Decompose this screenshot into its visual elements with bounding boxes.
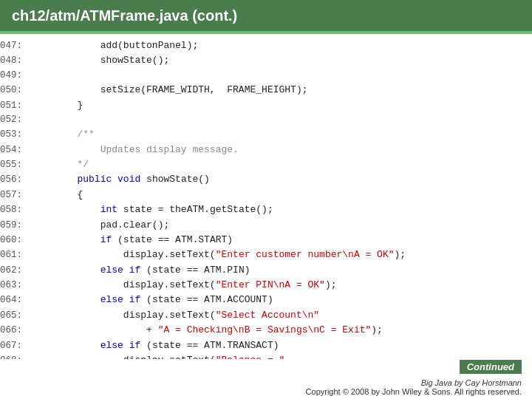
line-content: { — [31, 188, 83, 202]
line-content: + "A = Checking\nB = Savings\nC = Exit")… — [31, 323, 383, 338]
code-line: 052: — [0, 113, 532, 127]
line-content: Updates display message. — [31, 143, 239, 157]
line-number: 060: — [0, 233, 31, 248]
code-line: 049: — [0, 69, 532, 83]
line-number: 054: — [0, 143, 31, 157]
line-number: 064: — [0, 293, 31, 307]
code-line: 060: if (state == ATM.START) — [0, 233, 532, 248]
code-line: 057: { — [0, 188, 532, 202]
code-line: 050: setSize(FRAME_WIDTH, FRAME_HEIGHT); — [0, 83, 532, 98]
line-number: 062: — [0, 264, 31, 278]
code-line: 054: Updates display message. — [0, 143, 532, 157]
line-content: else if (state == ATM.ACCOUNT) — [31, 293, 273, 307]
code-line: 061: display.setText("Enter customer num… — [0, 248, 532, 262]
line-number: 063: — [0, 279, 31, 293]
line-content: public void showState() — [31, 172, 210, 187]
line-number: 055: — [0, 158, 31, 172]
line-number: 066: — [0, 324, 31, 338]
line-number: 048: — [0, 54, 31, 68]
code-line: 063: display.setText("Enter PIN\nA = OK"… — [0, 278, 532, 293]
line-content: display.setText("Enter PIN\nA = OK"); — [31, 278, 337, 293]
code-line: 065: display.setText("Select Account\n" — [0, 308, 532, 323]
page-title: ch12/atm/ATMFrame.java (cont.) — [12, 7, 237, 24]
line-content: */ — [31, 157, 89, 172]
line-number: 049: — [0, 69, 31, 83]
footer: Continued Big Java by Cay Horstmann Copy… — [0, 365, 532, 399]
code-line: 051: } — [0, 98, 532, 113]
code-line: 068: display.setText("Balance = " — [0, 353, 532, 359]
page-header: ch12/atm/ATMFrame.java (cont.) — [0, 0, 532, 31]
line-content: pad.clear(); — [31, 218, 169, 233]
code-line: 059: pad.clear(); — [0, 218, 532, 233]
code-line: 047: add(buttonPanel); — [0, 38, 532, 53]
code-line: 064: else if (state == ATM.ACCOUNT) — [0, 293, 532, 307]
line-content: else if (state == ATM.TRANSACT) — [31, 338, 279, 353]
code-line: 053: /** — [0, 127, 532, 142]
continued-badge: Continued — [460, 360, 522, 374]
line-content: else if (state == ATM.PIN) — [31, 263, 250, 278]
line-number: 047: — [0, 39, 31, 53]
line-content: } — [31, 98, 83, 113]
footer-book: Big Java by Cay Horstmann — [421, 378, 522, 387]
line-number: 052: — [0, 113, 31, 127]
line-number: 051: — [0, 99, 31, 113]
code-area: 047: add(buttonPanel);048: showState();0… — [0, 34, 532, 359]
line-number: 067: — [0, 339, 31, 353]
code-line: 062: else if (state == ATM.PIN) — [0, 263, 532, 278]
line-content: display.setText("Balance = " — [31, 353, 284, 359]
line-content: setSize(FRAME_WIDTH, FRAME_HEIGHT); — [31, 83, 307, 98]
code-line: 067: else if (state == ATM.TRANSACT) — [0, 338, 532, 353]
code-line: 066: + "A = Checking\nB = Savings\nC = E… — [0, 323, 532, 338]
line-content: int state = theATM.getState(); — [31, 202, 273, 217]
line-number: 061: — [0, 248, 31, 262]
line-content: showState(); — [31, 53, 169, 68]
line-number: 053: — [0, 128, 31, 142]
line-number: 065: — [0, 309, 31, 323]
line-number: 057: — [0, 188, 31, 202]
code-line: 058: int state = theATM.getState(); — [0, 202, 532, 217]
code-line: 055: */ — [0, 157, 532, 172]
line-number: 050: — [0, 83, 31, 98]
line-content: display.setText("Select Account\n" — [31, 308, 319, 323]
footer-copyright: Copyright © 2008 by John Wiley & Sons. A… — [306, 387, 522, 396]
line-content: if (state == ATM.START) — [31, 233, 233, 248]
code-line: 048: showState(); — [0, 53, 532, 68]
line-number: 059: — [0, 219, 31, 233]
line-number: 068: — [0, 354, 31, 359]
line-content: add(buttonPanel); — [31, 38, 198, 53]
line-content: /** — [31, 127, 95, 142]
line-content: display.setText("Enter customer number\n… — [31, 248, 406, 262]
line-number: 056: — [0, 173, 31, 187]
code-line: 056: public void showState() — [0, 172, 532, 187]
line-number: 058: — [0, 203, 31, 217]
